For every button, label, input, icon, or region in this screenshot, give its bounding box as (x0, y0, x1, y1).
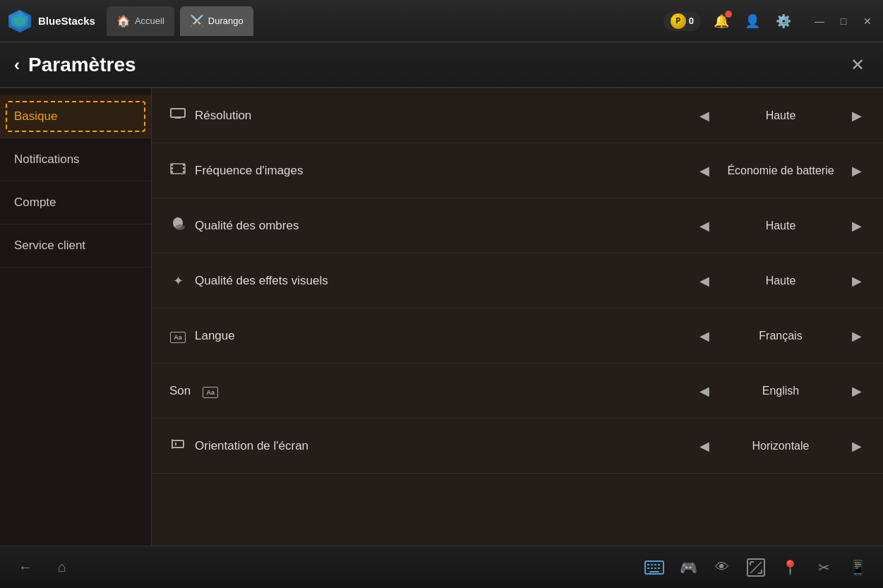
orientation-text: Orientation de l'écran (195, 439, 308, 453)
top-bar: BlueStacks 🏠 Accueil ⚔️ Durango P 0 🔔 👤 … (0, 0, 883, 42)
svg-rect-15 (172, 440, 184, 448)
sidebar-label-compte: Compte (14, 196, 56, 209)
camera-icon: 👁 (715, 559, 729, 575)
notification-dot (725, 11, 732, 18)
shadow-icon (169, 217, 186, 234)
svg-rect-11 (183, 167, 185, 169)
home-nav-button[interactable]: ⌂ (51, 556, 73, 579)
langue-next-button[interactable]: ▶ (848, 328, 865, 344)
back-nav-icon: ← (18, 559, 32, 575)
settings-header: ‹ Paramètres ✕ (0, 42, 883, 88)
profile-button[interactable]: 👤 (742, 11, 763, 32)
svg-rect-7 (171, 164, 173, 166)
resolution-label: Résolution (169, 108, 696, 123)
sidebar-label-service-client: Service client (14, 239, 85, 252)
maximize-button[interactable]: □ (835, 13, 852, 30)
son-control: ◀ English ▶ (696, 383, 865, 400)
tab-accueil-label: Accueil (135, 16, 164, 26)
rotate-icon (169, 438, 186, 454)
location-button[interactable]: 📍 (779, 556, 801, 579)
coin-badge: P 0 (663, 11, 701, 31)
window-controls: — □ ✕ (811, 13, 876, 30)
resolution-control: ◀ Haute ▶ (696, 107, 865, 124)
son-next-button[interactable]: ▶ (848, 383, 865, 400)
settings-button[interactable]: ⚙️ (773, 11, 794, 32)
orientation-prev-button[interactable]: ◀ (696, 438, 713, 455)
son-value: English (724, 385, 837, 397)
scissors-icon: ✂ (818, 559, 830, 576)
effets-prev-button[interactable]: ◀ (696, 272, 713, 289)
film-icon (169, 163, 186, 178)
effets-text: Qualité des effets visuels (195, 274, 328, 288)
orientation-next-button[interactable]: ▶ (848, 438, 865, 455)
son-aa-icon: Aa (202, 383, 219, 398)
tablet-button[interactable]: 📱 (846, 556, 869, 579)
svg-rect-12 (183, 171, 185, 173)
frequence-label: Fréquence d'images (169, 163, 696, 178)
langue-control: ◀ Français ▶ (696, 328, 865, 344)
ombres-label: Qualité des ombres (169, 217, 696, 234)
notification-button[interactable]: 🔔 (711, 11, 732, 32)
setting-row-langue: Aa Langue ◀ Français ▶ (152, 308, 883, 364)
langue-value: Français (724, 330, 837, 342)
setting-row-effets: ✦ Qualité des effets visuels ◀ Haute ▶ (152, 253, 883, 308)
close-button[interactable]: ✕ (859, 13, 876, 30)
tab-accueil[interactable]: 🏠 Accueil (107, 6, 174, 36)
home-icon: 🏠 (116, 14, 131, 28)
langue-label: Aa Langue (169, 328, 696, 343)
frequence-next-button[interactable]: ▶ (848, 162, 865, 179)
settings-content: Basique Notifications Compte Service cli… (0, 88, 883, 546)
langue-prev-button[interactable]: ◀ (696, 328, 713, 344)
back-button[interactable]: ‹ Paramètres (14, 54, 136, 76)
location-icon: 📍 (781, 559, 799, 576)
sidebar-label-notifications: Notifications (14, 152, 80, 166)
tab-durango[interactable]: ⚔️ Durango (180, 6, 253, 36)
bottom-bar: ← ⌂ 🎮 👁 (0, 546, 883, 588)
son-prev-button[interactable]: ◀ (696, 383, 713, 400)
effets-control: ◀ Haute ▶ (696, 272, 865, 289)
ombres-prev-button[interactable]: ◀ (696, 217, 713, 234)
keyboard-toggle-button[interactable] (643, 556, 666, 579)
svg-rect-22 (658, 564, 660, 565)
resolution-text: Résolution (195, 109, 251, 123)
camera-button[interactable]: 👁 (711, 556, 733, 579)
resolution-next-button[interactable]: ▶ (848, 107, 865, 124)
frequence-text: Fréquence d'images (195, 164, 304, 178)
orientation-label: Orientation de l'écran (169, 438, 696, 454)
svg-rect-26 (658, 568, 660, 569)
sidebar-item-compte[interactable]: Compte (0, 181, 151, 224)
setting-row-resolution: Résolution ◀ Haute ▶ (152, 88, 883, 143)
back-nav-button[interactable]: ← (14, 556, 37, 579)
gamepad-button[interactable]: 🎮 (677, 556, 699, 579)
setting-row-orientation: Orientation de l'écran ◀ Horizontale ▶ (152, 419, 883, 474)
settings-main: Résolution ◀ Haute ▶ (152, 88, 883, 546)
sidebar-item-basique[interactable]: Basique (0, 95, 151, 138)
minimize-button[interactable]: — (811, 13, 828, 30)
setting-row-son: Son Aa ◀ English ▶ (152, 364, 883, 419)
frequence-prev-button[interactable]: ◀ (696, 162, 713, 179)
setting-row-frequence: Fréquence d'images ◀ Économie de batteri… (152, 143, 883, 198)
son-label: Son Aa (169, 383, 696, 398)
settings-close-button[interactable]: ✕ (846, 54, 869, 76)
svg-rect-27 (649, 571, 659, 572)
resize-icon (747, 558, 765, 577)
effets-next-button[interactable]: ▶ (848, 272, 865, 289)
svg-rect-21 (654, 564, 656, 565)
resolution-prev-button[interactable]: ◀ (696, 107, 713, 124)
svg-rect-10 (183, 164, 185, 166)
svg-rect-19 (647, 564, 649, 565)
ombres-control: ◀ Haute ▶ (696, 217, 865, 234)
scissors-button[interactable]: ✂ (812, 556, 835, 579)
bottom-left: ← ⌂ (14, 556, 73, 579)
gear-icon: ⚙️ (776, 13, 791, 29)
son-text: Son (169, 384, 191, 398)
tablet-icon: 📱 (849, 559, 867, 576)
sidebar-item-service-client[interactable]: Service client (0, 224, 151, 268)
ombres-next-button[interactable]: ▶ (848, 217, 865, 234)
resize-button[interactable] (745, 556, 767, 579)
sidebar: Basique Notifications Compte Service cli… (0, 88, 152, 546)
game-icon: ⚔️ (190, 14, 204, 28)
effets-value: Haute (724, 275, 837, 287)
langue-text: Langue (195, 329, 235, 343)
sidebar-item-notifications[interactable]: Notifications (0, 138, 151, 181)
